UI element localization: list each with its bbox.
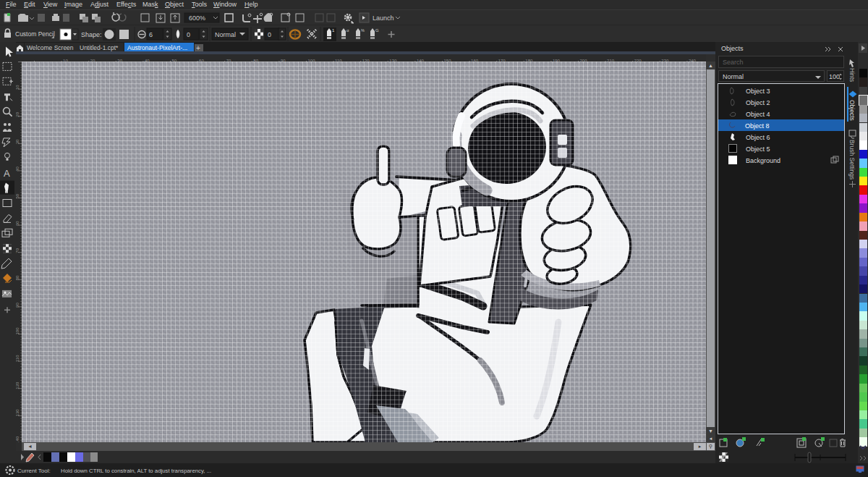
svg-text:120: 120 (16, 381, 20, 389)
svg-text:40: 40 (16, 166, 20, 172)
svg-text:60: 60 (16, 221, 20, 226)
svg-text:10: 10 (16, 85, 20, 90)
svg-text:110: 110 (16, 355, 20, 362)
svg-text:100: 100 (16, 327, 20, 335)
svg-text:600%: 600% (189, 14, 205, 22)
svg-text:α: α (346, 28, 349, 33)
svg-text:0: 0 (268, 31, 271, 38)
svg-text:%: % (361, 28, 365, 33)
svg-text:30: 30 (16, 139, 20, 144)
svg-text:80: 80 (16, 275, 20, 280)
svg-text:70: 70 (16, 248, 20, 253)
svg-text:6: 6 (149, 31, 153, 38)
svg-text:50: 50 (16, 193, 20, 198)
svg-text:Custom Pencil: Custom Pencil (15, 30, 55, 38)
svg-text:140: 140 (16, 436, 20, 442)
svg-text:90: 90 (16, 303, 20, 308)
svg-text:130: 130 (16, 409, 20, 417)
svg-text:Launch: Launch (373, 14, 394, 22)
svg-text:0: 0 (187, 31, 190, 38)
svg-text:G: G (375, 28, 379, 33)
svg-text:A: A (4, 168, 10, 179)
svg-text:Normal: Normal (215, 31, 236, 38)
svg-text:Shape:: Shape: (81, 31, 102, 38)
svg-text:20: 20 (16, 111, 20, 117)
